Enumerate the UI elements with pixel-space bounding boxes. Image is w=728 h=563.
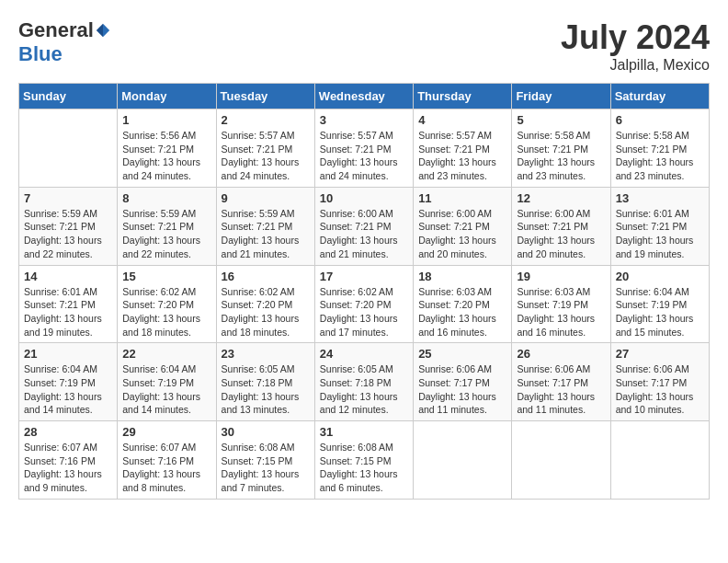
- calendar-cell: 28Sunrise: 6:07 AMSunset: 7:16 PMDayligh…: [19, 421, 118, 500]
- header-day-saturday: Saturday: [610, 84, 709, 109]
- day-number: 23: [222, 347, 310, 361]
- calendar-cell: 6Sunrise: 5:58 AMSunset: 7:21 PMDaylight…: [610, 109, 709, 188]
- calendar-cell: 30Sunrise: 6:08 AMSunset: 7:15 PMDayligh…: [216, 421, 314, 500]
- day-number: 18: [418, 270, 506, 283]
- day-number: 24: [320, 347, 408, 361]
- day-number: 22: [122, 347, 210, 361]
- day-number: 30: [222, 425, 310, 439]
- day-info: Sunrise: 6:02 AMSunset: 7:20 PMDaylight:…: [222, 285, 310, 339]
- day-info: Sunrise: 6:00 AMSunset: 7:21 PMDaylight:…: [418, 207, 506, 261]
- day-info: Sunrise: 6:01 AMSunset: 7:21 PMDaylight:…: [24, 285, 112, 339]
- day-info: Sunrise: 5:57 AMSunset: 7:21 PMDaylight:…: [418, 129, 506, 183]
- day-number: 29: [122, 425, 210, 439]
- calendar-cell: 2Sunrise: 5:57 AMSunset: 7:21 PMDaylight…: [216, 109, 314, 188]
- page-header: General Blue July 2024 Jalpilla, Mexico: [18, 18, 710, 74]
- day-info: Sunrise: 6:06 AMSunset: 7:17 PMDaylight:…: [418, 362, 506, 417]
- day-number: 10: [320, 191, 408, 205]
- calendar-cell: 16Sunrise: 6:02 AMSunset: 7:20 PMDayligh…: [216, 265, 314, 343]
- header-day-friday: Friday: [512, 84, 610, 109]
- week-row-4: 28Sunrise: 6:07 AMSunset: 7:16 PMDayligh…: [19, 421, 710, 500]
- header-day-wednesday: Wednesday: [314, 84, 413, 109]
- logo-icon: [95, 22, 111, 39]
- day-number: 21: [24, 347, 112, 361]
- calendar-cell: 5Sunrise: 5:58 AMSunset: 7:21 PMDaylight…: [512, 109, 610, 188]
- day-info: Sunrise: 6:03 AMSunset: 7:19 PMDaylight:…: [517, 285, 605, 339]
- day-info: Sunrise: 6:06 AMSunset: 7:17 PMDaylight:…: [616, 362, 704, 417]
- day-number: 16: [222, 270, 310, 283]
- day-info: Sunrise: 5:57 AMSunset: 7:21 PMDaylight:…: [320, 129, 408, 183]
- calendar-cell: 27Sunrise: 6:06 AMSunset: 7:17 PMDayligh…: [610, 343, 709, 421]
- logo-general-text: General: [18, 18, 94, 42]
- day-info: Sunrise: 6:02 AMSunset: 7:20 PMDaylight:…: [122, 285, 210, 339]
- header-day-sunday: Sunday: [19, 84, 118, 109]
- day-info: Sunrise: 6:04 AMSunset: 7:19 PMDaylight:…: [616, 285, 704, 339]
- calendar-cell: 24Sunrise: 6:05 AMSunset: 7:18 PMDayligh…: [314, 343, 413, 421]
- calendar-cell: 8Sunrise: 5:59 AMSunset: 7:21 PMDaylight…: [118, 187, 216, 265]
- calendar-header: SundayMondayTuesdayWednesdayThursdayFrid…: [19, 84, 710, 109]
- calendar-cell: 11Sunrise: 6:00 AMSunset: 7:21 PMDayligh…: [414, 187, 512, 265]
- svg-marker-1: [97, 24, 103, 37]
- day-info: Sunrise: 5:56 AMSunset: 7:21 PMDaylight:…: [122, 129, 210, 183]
- calendar-cell: 12Sunrise: 6:00 AMSunset: 7:21 PMDayligh…: [512, 187, 610, 265]
- day-info: Sunrise: 6:08 AMSunset: 7:15 PMDaylight:…: [320, 441, 408, 495]
- calendar-cell: 25Sunrise: 6:06 AMSunset: 7:17 PMDayligh…: [414, 343, 512, 421]
- calendar-cell: 26Sunrise: 6:06 AMSunset: 7:17 PMDayligh…: [512, 343, 610, 421]
- day-number: 12: [517, 191, 605, 205]
- calendar-cell: 13Sunrise: 6:01 AMSunset: 7:21 PMDayligh…: [610, 187, 709, 265]
- calendar-cell: 15Sunrise: 6:02 AMSunset: 7:20 PMDayligh…: [118, 265, 216, 343]
- day-number: 25: [418, 347, 506, 361]
- calendar-table: SundayMondayTuesdayWednesdayThursdayFrid…: [18, 83, 710, 500]
- day-number: 2: [222, 113, 310, 127]
- day-number: 19: [517, 270, 605, 283]
- day-number: 26: [517, 347, 605, 361]
- day-info: Sunrise: 6:00 AMSunset: 7:21 PMDaylight:…: [320, 207, 408, 261]
- week-row-1: 7Sunrise: 5:59 AMSunset: 7:21 PMDaylight…: [19, 187, 710, 265]
- logo: General Blue: [18, 18, 111, 66]
- day-info: Sunrise: 6:00 AMSunset: 7:21 PMDaylight:…: [517, 207, 605, 261]
- calendar-cell: 7Sunrise: 5:59 AMSunset: 7:21 PMDaylight…: [19, 187, 118, 265]
- day-number: 5: [517, 113, 605, 127]
- week-row-2: 14Sunrise: 6:01 AMSunset: 7:21 PMDayligh…: [19, 265, 710, 343]
- day-info: Sunrise: 5:59 AMSunset: 7:21 PMDaylight:…: [222, 207, 310, 261]
- calendar-cell: 20Sunrise: 6:04 AMSunset: 7:19 PMDayligh…: [610, 265, 709, 343]
- header-day-tuesday: Tuesday: [216, 84, 314, 109]
- calendar-cell: 31Sunrise: 6:08 AMSunset: 7:15 PMDayligh…: [314, 421, 413, 500]
- day-info: Sunrise: 5:58 AMSunset: 7:21 PMDaylight:…: [616, 129, 704, 183]
- day-info: Sunrise: 6:05 AMSunset: 7:18 PMDaylight:…: [320, 362, 408, 417]
- day-number: 11: [418, 191, 506, 205]
- day-info: Sunrise: 6:03 AMSunset: 7:20 PMDaylight:…: [418, 285, 506, 339]
- day-info: Sunrise: 6:07 AMSunset: 7:16 PMDaylight:…: [122, 441, 210, 495]
- day-info: Sunrise: 5:59 AMSunset: 7:21 PMDaylight:…: [122, 207, 210, 261]
- day-info: Sunrise: 5:59 AMSunset: 7:21 PMDaylight:…: [24, 207, 112, 261]
- day-number: 17: [320, 270, 408, 283]
- logo-blue-text: Blue: [18, 42, 63, 66]
- day-info: Sunrise: 6:06 AMSunset: 7:17 PMDaylight:…: [517, 362, 605, 417]
- day-number: 13: [616, 191, 704, 205]
- calendar-cell: 1Sunrise: 5:56 AMSunset: 7:21 PMDaylight…: [118, 109, 216, 188]
- calendar-cell: [512, 421, 610, 500]
- calendar-cell: [414, 421, 512, 500]
- week-row-3: 21Sunrise: 6:04 AMSunset: 7:19 PMDayligh…: [19, 343, 710, 421]
- day-number: 31: [320, 425, 408, 439]
- day-number: 3: [320, 113, 408, 127]
- day-info: Sunrise: 5:57 AMSunset: 7:21 PMDaylight:…: [222, 129, 310, 183]
- day-number: 9: [222, 191, 310, 205]
- day-info: Sunrise: 6:02 AMSunset: 7:20 PMDaylight:…: [320, 285, 408, 339]
- day-number: 8: [122, 191, 210, 205]
- day-number: 6: [616, 113, 704, 127]
- day-info: Sunrise: 6:04 AMSunset: 7:19 PMDaylight:…: [122, 362, 210, 417]
- day-number: 15: [122, 270, 210, 283]
- title-block: July 2024 Jalpilla, Mexico: [561, 18, 710, 74]
- day-number: 4: [418, 113, 506, 127]
- calendar-cell: 21Sunrise: 6:04 AMSunset: 7:19 PMDayligh…: [19, 343, 118, 421]
- header-day-thursday: Thursday: [414, 84, 512, 109]
- svg-marker-0: [103, 24, 109, 37]
- day-number: 14: [24, 270, 112, 283]
- header-row: SundayMondayTuesdayWednesdayThursdayFrid…: [19, 84, 710, 109]
- calendar-cell: 29Sunrise: 6:07 AMSunset: 7:16 PMDayligh…: [118, 421, 216, 500]
- day-info: Sunrise: 6:08 AMSunset: 7:15 PMDaylight:…: [222, 441, 310, 495]
- day-info: Sunrise: 6:05 AMSunset: 7:18 PMDaylight:…: [222, 362, 310, 417]
- day-info: Sunrise: 6:01 AMSunset: 7:21 PMDaylight:…: [616, 207, 704, 261]
- day-number: 20: [616, 270, 704, 283]
- calendar-subtitle: Jalpilla, Mexico: [561, 57, 710, 74]
